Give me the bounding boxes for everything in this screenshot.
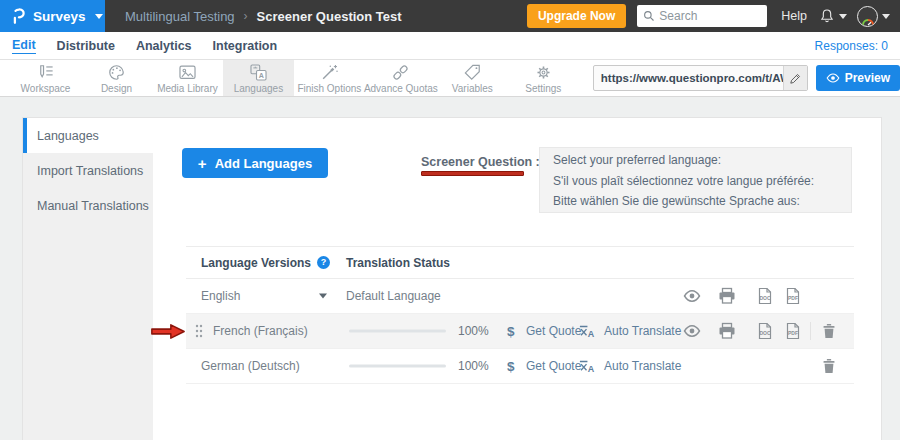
print-icon[interactable] <box>718 322 736 340</box>
tab-distribute[interactable]: Distribute <box>57 39 115 53</box>
action-divider <box>810 322 811 340</box>
toolbar-item-media-library[interactable]: Media Library <box>152 60 223 96</box>
help-link[interactable]: Help <box>781 9 807 23</box>
toolbar-item-languages[interactable]: Languages <box>223 60 294 96</box>
language-name: French (Français) <box>213 324 308 338</box>
translation-status-header: Translation Status <box>346 256 450 270</box>
chevron-down-icon <box>882 14 890 19</box>
preview-button[interactable]: Preview <box>816 65 900 91</box>
add-languages-button[interactable]: + Add Languages <box>182 148 328 178</box>
view-eye-icon[interactable] <box>683 287 701 305</box>
magic-wand-icon <box>320 63 339 82</box>
surveys-product-menu[interactable]: Surveys <box>0 0 105 32</box>
trash-icon[interactable] <box>820 357 838 375</box>
print-icon[interactable] <box>718 287 736 305</box>
breadcrumb-parent[interactable]: Multilingual Testing <box>125 9 235 24</box>
table-row-german: German (Deutsch) 100% $ Get Quote Auto T… <box>186 349 854 384</box>
avatar <box>857 6 878 27</box>
tab-edit[interactable]: Edit <box>12 38 36 54</box>
languages-icon <box>249 63 268 82</box>
help-question-icon[interactable]: ? <box>317 256 330 269</box>
questionpro-logo-icon <box>11 7 26 25</box>
survey-url-value[interactable]: https://www.questionpro.com/t/AW22Zd50 <box>594 72 783 84</box>
auto-translate-link[interactable]: Auto Translate <box>604 324 681 338</box>
responses-count[interactable]: Responses: 0 <box>815 39 888 53</box>
survey-url-field: https://www.questionpro.com/t/AW22Zd50 <box>593 65 808 91</box>
media-image-icon <box>178 63 197 82</box>
plus-icon: + <box>198 155 207 172</box>
language-versions-table: Language Versions ? Translation Status E… <box>186 246 854 384</box>
translate-icon[interactable] <box>578 358 595 375</box>
tab-integration[interactable]: Integration <box>213 39 278 53</box>
doc-file-icon[interactable] <box>756 287 774 305</box>
global-search[interactable] <box>637 5 767 27</box>
table-header-row: Language Versions ? Translation Status <box>186 246 854 279</box>
toolbar-item-design[interactable]: Design <box>81 60 152 96</box>
breadcrumb-separator-icon: › <box>244 9 248 23</box>
default-language-text: Default Language <box>346 289 441 303</box>
tag-icon <box>463 63 482 82</box>
breadcrumb-current: Screener Question Test <box>257 9 402 24</box>
drag-handle-icon[interactable] <box>194 323 204 339</box>
pencil-icon <box>789 72 802 85</box>
progress-percent: 100% <box>458 324 489 338</box>
gauge-avatar-icon <box>861 16 875 26</box>
account-menu[interactable] <box>857 6 890 27</box>
toolbar-item-advance-quotas[interactable]: Advance Quotas <box>365 60 437 96</box>
topbar-right-cluster: Upgrade Now Help <box>527 4 900 28</box>
sidebar-item-import-translations[interactable]: Import Translations <box>23 153 153 188</box>
survey-nav-tabs: Edit Distribute Analytics Integration Re… <box>0 32 900 60</box>
chevron-down-icon[interactable] <box>319 294 327 299</box>
pdf-file-icon[interactable] <box>784 322 802 340</box>
trash-icon[interactable] <box>820 322 838 340</box>
view-eye-icon[interactable] <box>683 322 701 340</box>
screener-question-box: Select your preferred language: S'il vou… <box>539 147 852 213</box>
sidebar-item-manual-translations[interactable]: Manual Translations <box>23 188 153 223</box>
sidebar: Languages Import Translations Manual Tra… <box>23 118 153 440</box>
translate-icon[interactable] <box>578 323 595 340</box>
design-palette-icon <box>107 63 126 82</box>
languages-panel: + Add Languages Screener Question : Sele… <box>153 118 881 440</box>
screener-line-french: S'il vous plaît sélectionnez votre langu… <box>553 171 838 192</box>
progress-bar <box>349 330 446 333</box>
upgrade-now-button[interactable]: Upgrade Now <box>527 4 626 28</box>
get-quote-link[interactable]: Get Quote <box>526 324 581 338</box>
notifications-menu[interactable] <box>819 8 847 24</box>
progress-percent: 100% <box>458 359 489 373</box>
breadcrumb: Multilingual Testing › Screener Question… <box>125 9 402 24</box>
edit-toolbar: Workspace Design Media Library Languages… <box>0 60 900 97</box>
toolbar-item-workspace[interactable]: Workspace <box>10 60 81 96</box>
dollar-icon[interactable]: $ <box>507 359 515 374</box>
screener-line-english: Select your preferred language: <box>553 150 838 171</box>
screener-line-german: Bitte wählen Sie die gewünschte Sprache … <box>553 191 838 212</box>
table-row-english: English Default Language <box>186 279 854 314</box>
sidebar-item-languages[interactable]: Languages <box>23 118 153 153</box>
get-quote-link[interactable]: Get Quote <box>526 359 581 373</box>
auto-translate-link[interactable]: Auto Translate <box>604 359 681 373</box>
content-card: Languages Import Translations Manual Tra… <box>22 117 882 440</box>
chevron-down-icon <box>95 14 103 19</box>
product-menu-label: Surveys <box>33 9 86 24</box>
topbar: Surveys Multilingual Testing › Screener … <box>0 0 900 32</box>
table-row-french: French (Français) 100% $ Get Quote Auto … <box>186 314 854 349</box>
annotation-red-underline <box>421 171 524 176</box>
chevron-down-icon <box>839 14 847 19</box>
language-versions-header: Language Versions ? <box>201 256 330 270</box>
toolbar-item-settings[interactable]: Settings <box>508 60 579 96</box>
language-select-value[interactable]: English <box>201 289 240 303</box>
tab-analytics[interactable]: Analytics <box>136 39 192 53</box>
doc-file-icon[interactable] <box>756 322 774 340</box>
progress-bar <box>349 365 446 368</box>
dollar-icon[interactable]: $ <box>507 324 515 339</box>
workspace-icon <box>36 63 55 82</box>
search-icon <box>643 10 655 22</box>
toolbar-item-variables[interactable]: Variables <box>437 60 508 96</box>
language-name: German (Deutsch) <box>201 359 300 373</box>
toolbar-item-finish-options[interactable]: Finish Options <box>294 60 365 96</box>
pdf-file-icon[interactable] <box>784 287 802 305</box>
edit-url-button[interactable] <box>783 66 807 90</box>
search-input[interactable] <box>659 9 761 23</box>
annotation-arrow <box>149 322 187 341</box>
app-window: Surveys Multilingual Testing › Screener … <box>0 0 900 440</box>
page-body: Languages Import Translations Manual Tra… <box>0 97 900 440</box>
